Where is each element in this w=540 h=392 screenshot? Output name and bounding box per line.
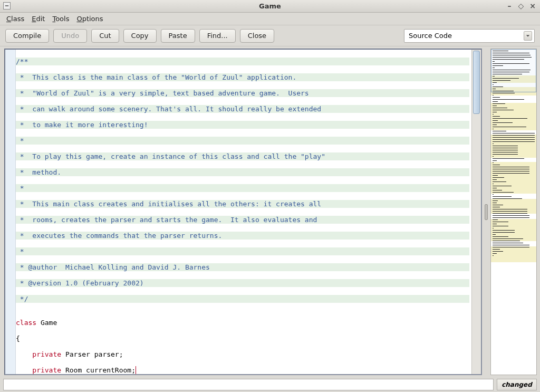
menu-tools[interactable]: Tools bbox=[49, 14, 72, 24]
divider-handle-icon bbox=[485, 204, 488, 220]
chevron-down-icon bbox=[524, 31, 532, 41]
vertical-scrollbar[interactable] bbox=[471, 50, 481, 374]
code-line: * bbox=[16, 247, 28, 255]
code-line: */ bbox=[16, 295, 28, 303]
code-line: * @author Michael Kolling and David J. B… bbox=[16, 263, 210, 271]
menu-class[interactable]: Class bbox=[3, 14, 27, 24]
view-select-value: Source Code bbox=[409, 32, 452, 40]
code-editor[interactable]: /** * This class is the main class of th… bbox=[16, 50, 471, 374]
view-select[interactable]: Source Code bbox=[404, 29, 535, 43]
menu-edit[interactable]: Edit bbox=[28, 14, 48, 24]
toolbar: Compile Undo Cut Copy Paste Find... Clos… bbox=[0, 25, 540, 46]
window-title: Game bbox=[259, 2, 281, 10]
find-button[interactable]: Find... bbox=[199, 29, 236, 43]
svg-rect-0 bbox=[5, 5, 8, 6]
code-line: * rooms, creates the parser and starts t… bbox=[16, 216, 317, 224]
code-line: * To play this game, create an instance … bbox=[16, 152, 325, 160]
code-line: /** bbox=[16, 58, 28, 65]
code-line: * can walk around some scenery. That's a… bbox=[16, 105, 325, 113]
minimap[interactable]: // placeholder; real lines drawn below i… bbox=[490, 49, 537, 375]
code-line: * method. bbox=[16, 168, 61, 176]
code-line: * executes the commands that the parser … bbox=[16, 232, 222, 240]
code-line: class Game bbox=[16, 319, 469, 327]
close-icon[interactable]: × bbox=[528, 2, 537, 10]
window-menu-icon[interactable] bbox=[3, 2, 11, 9]
compile-button[interactable]: Compile bbox=[5, 29, 49, 43]
menu-options[interactable]: Options bbox=[73, 14, 106, 24]
maximize-icon[interactable]: ◇ bbox=[517, 2, 525, 10]
cut-button[interactable]: Cut bbox=[91, 29, 119, 43]
window-titlebar: Game – ◇ × bbox=[0, 0, 540, 13]
code-line: * This class is the main class of the "W… bbox=[16, 73, 301, 81]
statusbar: changed bbox=[0, 377, 540, 392]
status-changed-indicator: changed bbox=[497, 379, 537, 390]
minimap-viewport[interactable] bbox=[491, 49, 536, 92]
breakpoint-gutter[interactable] bbox=[5, 50, 16, 374]
undo-button[interactable]: Undo bbox=[53, 29, 87, 43]
code-line: * This main class creates and initialise… bbox=[16, 200, 321, 208]
code-line: * "World of Zuul" is a very simple, text… bbox=[16, 89, 313, 97]
code-line: { bbox=[16, 334, 469, 342]
minimize-icon[interactable]: – bbox=[505, 2, 514, 10]
paste-button[interactable]: Paste bbox=[161, 29, 195, 43]
menubar: Class Edit Tools Options bbox=[0, 13, 540, 25]
code-line: * to make it more interesting! bbox=[16, 121, 148, 129]
code-line: * bbox=[16, 137, 28, 145]
code-line: private Parser parser; bbox=[16, 350, 469, 358]
status-message bbox=[3, 379, 494, 390]
close-button[interactable]: Close bbox=[240, 29, 274, 43]
code-line: * bbox=[16, 184, 28, 192]
scrollbar-thumb[interactable] bbox=[473, 51, 480, 114]
main-area: /** * This class is the main class of th… bbox=[0, 46, 540, 377]
pane-divider[interactable] bbox=[484, 49, 488, 375]
code-line: private Room currentRoom; bbox=[16, 366, 469, 374]
code-line: * @version 1.0 (February 2002) bbox=[16, 279, 144, 287]
copy-button[interactable]: Copy bbox=[123, 29, 157, 43]
editor-frame: /** * This class is the main class of th… bbox=[4, 49, 482, 375]
